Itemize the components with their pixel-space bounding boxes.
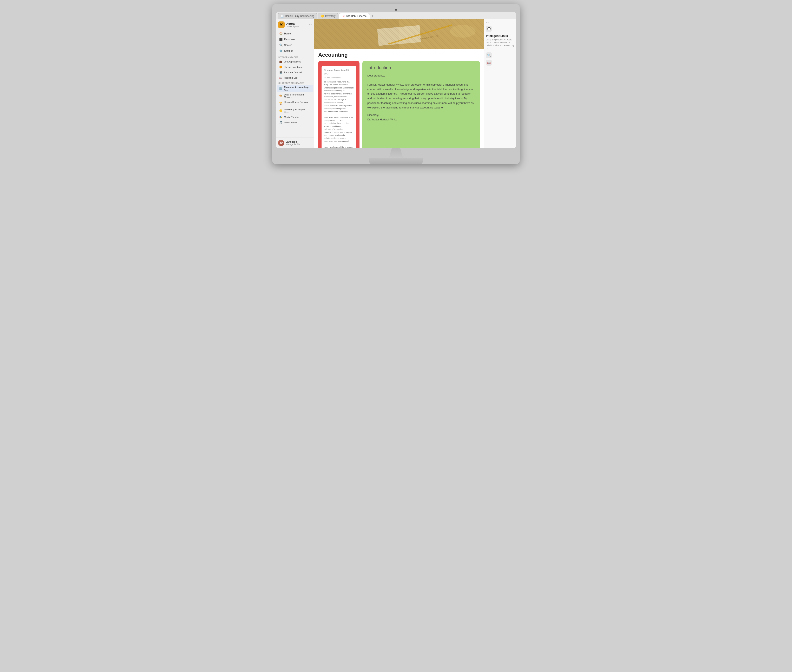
intro-body: Dear students, I am Dr. Walter Hartwell … <box>367 74 475 122</box>
hero-overlay <box>314 19 484 49</box>
tab-bar: 📄 Double Entry Bookkeeping 🟡 Inventory ✕… <box>276 12 516 19</box>
home-icon: 🏠 <box>279 32 283 35</box>
thesis-dashboard-label: Thesis Dashboard <box>284 66 303 68</box>
reading-log-label: Reading Log <box>284 77 298 79</box>
tab-label-inventory: Inventory <box>325 14 335 18</box>
intro-text: I am Dr. Walter Hartwell White, your pro… <box>367 83 475 110</box>
sidebar-item-job-applications[interactable]: 💼 Job Applications <box>277 59 313 64</box>
intro-greeting: Dear students, <box>367 74 475 78</box>
reading-icon: 📖 <box>279 76 282 79</box>
tab-icon-double-entry: 📄 <box>281 14 284 18</box>
user-name: Jane Doe <box>286 141 300 143</box>
page-title: Accounting <box>314 49 484 58</box>
app-name: Agora <box>286 22 299 26</box>
agora-logo-icon: 🏛 <box>278 21 285 28</box>
my-workspaces-label: My Workspaces <box>276 54 314 59</box>
hero-image: financial records <box>314 19 484 49</box>
tab-add-button[interactable]: + <box>370 14 375 18</box>
marketing-label: Marketing Principles - BU... <box>284 108 310 113</box>
sidebar-item-dashboard-label: Dashboard <box>284 38 296 41</box>
sidebar-item-search[interactable]: 🔍 Search <box>277 42 313 48</box>
theater-label: Marist Theater <box>284 116 299 118</box>
manage-profile-link[interactable]: Manage Profile <box>286 143 300 146</box>
data-info-label: Data & Information Mana... <box>284 93 310 98</box>
intro-card: Introduction Dear students, I am Dr. Wal… <box>362 61 480 148</box>
avatar: JD <box>278 140 284 146</box>
sidebar-expand-button[interactable]: >> <box>309 24 312 26</box>
sidebar-item-marketing[interactable]: 🟡 Marketing Principles - BU... <box>277 107 313 114</box>
sidebar-footer: JD Jane Doe Manage Profile <box>276 138 314 148</box>
right-panel-title: Intelligent Links <box>486 34 514 38</box>
intro-title: Introduction <box>367 65 475 70</box>
content-area: financial records Accounting Financial A… <box>314 19 484 148</box>
course-description: se on Financial Accounting (FA 101). Thi… <box>324 80 354 148</box>
book-icon[interactable]: 📖 <box>486 60 492 66</box>
tab-label-bad-debt: Bad Debt Expense <box>346 14 366 18</box>
dashboard-icon: ⬛ <box>279 38 283 41</box>
financial-accounting-label: Financial Accounting - A... <box>284 86 310 91</box>
band-label: Marist Band <box>284 121 297 124</box>
marketing-icon: 🟡 <box>279 109 282 112</box>
tab-inventory[interactable]: 🟡 Inventory <box>318 13 338 19</box>
course-title: Financial Accounting (FA 101) <box>324 69 354 75</box>
sidebar-item-settings-label: Settings <box>284 50 293 52</box>
journal-icon: 📓 <box>279 71 282 74</box>
job-applications-icon: 💼 <box>279 60 282 63</box>
sidebar-item-reading-log[interactable]: 📖 Reading Log <box>277 75 313 80</box>
search-panel-icon[interactable]: 🔍 <box>486 52 492 58</box>
intro-signature: Sincerely, Dr. Walter Hartwell White <box>367 113 475 122</box>
right-panel-description: Using the power of AI, Agora can find li… <box>486 38 514 50</box>
monitor-stand <box>276 148 516 164</box>
course-author: Dr. Hartwell White <box>324 76 354 79</box>
sidebar-item-data-info[interactable]: 🎨 Data & Information Mana... <box>277 92 313 99</box>
avatar-image: JD <box>278 140 284 146</box>
right-panel-header: >> <box>486 21 514 24</box>
sidebar: 🏛 Agora Jane's Space >> 🏠 Home <box>276 19 314 148</box>
sidebar-item-marist-theater[interactable]: 🎭 Marist Theater <box>277 115 313 120</box>
honors-icon: 🏆 <box>279 102 282 105</box>
sidebar-nav: 🏠 Home ⬛ Dashboard 🔍 Search ⚙️ <box>276 30 314 54</box>
cards-row: Financial Accounting (FA 101) Dr. Hartwe… <box>314 58 484 148</box>
course-info-card: Financial Accounting (FA 101) Dr. Hartwe… <box>318 61 360 148</box>
sidebar-item-home-label: Home <box>284 32 291 35</box>
right-panel-action-icons: 🔍 📖 <box>486 52 514 66</box>
personal-journal-label: Personal Journal <box>284 71 302 74</box>
sidebar-item-marist-band[interactable]: 🎵 Marist Band <box>277 120 313 125</box>
right-panel: >> 💬 Intelligent Links Using the power o… <box>484 19 516 148</box>
sidebar-item-personal-journal[interactable]: 📓 Personal Journal <box>277 70 313 75</box>
intro-closing: Sincerely, <box>367 113 475 117</box>
sidebar-item-search-label: Search <box>284 44 292 46</box>
intro-sig-name: Dr. Walter Hartwell White <box>367 117 475 122</box>
sidebar-item-honors-seminar[interactable]: 🏆 Honors Senior Seminar -... <box>277 100 313 107</box>
theater-icon: 🎭 <box>279 116 282 118</box>
financial-accounting-icon: 🔢 <box>279 87 282 90</box>
sidebar-header: 🏛 Agora Jane's Space >> <box>276 19 314 30</box>
right-panel-expand-button[interactable]: >> <box>486 21 489 24</box>
camera-dot <box>395 9 397 11</box>
thesis-icon: 🟠 <box>279 66 282 69</box>
course-inner-card: Financial Accounting (FA 101) Dr. Hartwe… <box>322 66 356 148</box>
search-icon: 🔍 <box>279 43 283 46</box>
honors-label: Honors Senior Seminar -... <box>284 101 310 106</box>
data-info-icon: 🎨 <box>279 94 282 97</box>
stand-neck <box>386 148 406 158</box>
sidebar-item-home[interactable]: 🏠 Home <box>277 31 313 36</box>
job-applications-label: Job Applications <box>284 61 301 63</box>
tab-double-entry[interactable]: 📄 Double Entry Bookkeeping <box>278 13 317 19</box>
tab-close-icon[interactable]: ✕ <box>343 15 345 18</box>
sidebar-item-financial-accounting[interactable]: 🔢 Financial Accounting - A... <box>277 85 313 92</box>
sidebar-item-settings[interactable]: ⚙️ Settings <box>277 48 313 54</box>
sidebar-item-thesis-dashboard[interactable]: 🟠 Thesis Dashboard <box>277 64 313 69</box>
chat-icon[interactable]: 💬 <box>486 26 492 32</box>
right-panel-icons: 💬 <box>486 26 514 32</box>
tab-icon-inventory: 🟡 <box>321 14 324 18</box>
shared-workspaces-label: Shared Workspaces <box>276 80 314 85</box>
band-icon: 🎵 <box>279 121 282 124</box>
tab-bad-debt[interactable]: ✕ Bad Debt Expense <box>339 13 370 19</box>
stand-base <box>369 158 423 164</box>
settings-icon: ⚙️ <box>279 49 283 52</box>
tab-label-double-entry: Double Entry Bookkeeping <box>285 14 314 18</box>
app-subtitle: Jane's Space <box>286 26 299 28</box>
sidebar-item-dashboard[interactable]: ⬛ Dashboard <box>277 37 313 42</box>
